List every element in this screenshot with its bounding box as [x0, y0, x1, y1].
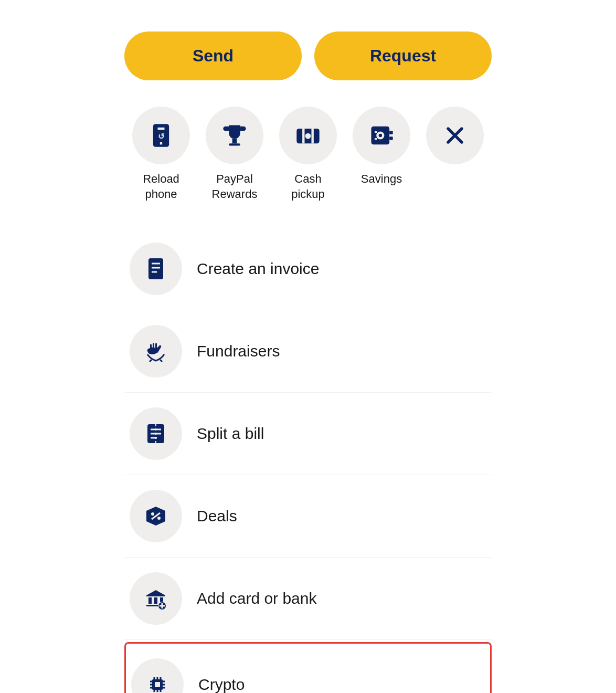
- fundraisers-icon: [143, 339, 168, 364]
- add-card-bank-label: Add card or bank: [197, 590, 316, 607]
- fundraisers-label: Fundraisers: [197, 342, 280, 360]
- svg-rect-28: [148, 597, 152, 604]
- main-container: Send Request ↺ Reloadphone: [124, 32, 492, 693]
- quick-action-cash-pickup[interactable]: Cashpickup: [277, 107, 339, 202]
- add-card-bank-circle: [130, 572, 182, 625]
- request-button[interactable]: Request: [314, 32, 492, 80]
- svg-rect-5: [302, 129, 304, 143]
- list-items-container: Create an invoice Fundraisers: [124, 228, 492, 693]
- quick-action-paypal-rewards[interactable]: PayPalRewards: [203, 107, 266, 202]
- safe-icon: [368, 122, 395, 149]
- list-item-create-invoice[interactable]: Create an invoice: [124, 228, 492, 310]
- add-bank-icon: [143, 586, 168, 611]
- svg-point-27: [157, 517, 161, 520]
- list-item-fundraisers[interactable]: Fundraisers: [124, 310, 492, 393]
- split-bill-circle: [130, 407, 182, 460]
- invoice-icon: [143, 256, 168, 281]
- deals-icon: [143, 503, 168, 529]
- quick-actions-row: ↺ Reloadphone PayPalRewards: [124, 107, 492, 202]
- crypto-label: Crypto: [198, 676, 245, 693]
- send-button[interactable]: Send: [124, 32, 302, 80]
- quick-action-close[interactable]: [423, 107, 486, 164]
- quick-action-savings[interactable]: Savings: [350, 107, 413, 187]
- cash-pickup-label: Cashpickup: [291, 172, 325, 202]
- crypto-circle: [131, 658, 184, 693]
- list-item-add-card-bank[interactable]: Add card or bank: [124, 558, 492, 640]
- svg-rect-12: [389, 136, 393, 140]
- svg-rect-6: [312, 129, 314, 143]
- svg-point-10: [379, 134, 383, 138]
- phone-reload-icon: ↺: [147, 122, 175, 149]
- paypal-rewards-circle: [206, 107, 263, 164]
- deals-circle: [130, 490, 182, 542]
- split-bill-icon: [143, 421, 168, 446]
- svg-text:↺: ↺: [158, 132, 165, 141]
- cash-pickup-circle: [279, 107, 337, 164]
- svg-point-25: [151, 512, 154, 516]
- close-icon: [441, 122, 469, 149]
- reload-phone-circle: ↺: [132, 107, 190, 164]
- reload-phone-label: Reloadphone: [143, 172, 179, 202]
- quick-action-reload-phone[interactable]: ↺ Reloadphone: [130, 107, 193, 202]
- deals-label: Deals: [197, 507, 237, 525]
- svg-point-7: [305, 133, 311, 139]
- list-item-crypto[interactable]: Crypto: [124, 642, 492, 693]
- cash-pickup-icon: [294, 122, 322, 149]
- list-item-split-bill[interactable]: Split a bill: [124, 393, 492, 475]
- trophy-icon: [221, 122, 248, 149]
- list-item-deals[interactable]: Deals: [124, 475, 492, 558]
- savings-circle: [353, 107, 410, 164]
- svg-rect-17: [148, 258, 163, 279]
- svg-rect-2: [232, 139, 237, 144]
- create-invoice-circle: [130, 243, 182, 295]
- top-buttons-row: Send Request: [124, 32, 492, 80]
- paypal-rewards-label: PayPalRewards: [212, 172, 258, 202]
- create-invoice-label: Create an invoice: [197, 260, 319, 278]
- split-bill-label: Split a bill: [197, 425, 264, 443]
- fundraisers-circle: [130, 325, 182, 377]
- svg-rect-49: [155, 682, 160, 687]
- crypto-icon: [145, 672, 170, 693]
- svg-rect-29: [154, 597, 157, 604]
- close-circle: [426, 107, 484, 164]
- svg-rect-3: [229, 143, 240, 145]
- svg-rect-11: [389, 131, 393, 134]
- savings-label: Savings: [361, 172, 402, 187]
